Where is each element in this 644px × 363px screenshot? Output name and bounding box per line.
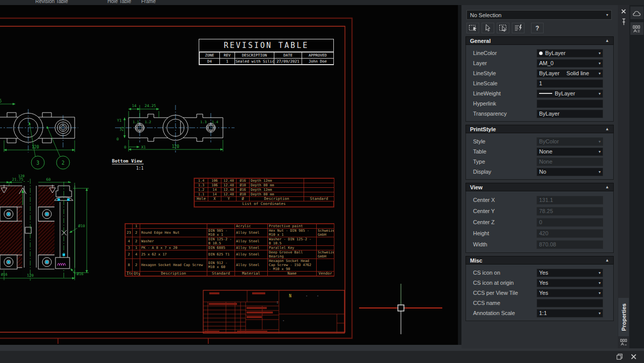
- table-cell: 1: [133, 224, 140, 229]
- cs-icon-on-dropdown[interactable]: Yes▾: [537, 269, 603, 277]
- dim-dia16-left: Ø16: [1, 273, 8, 277]
- table-cell: DIN 6885: [207, 246, 235, 250]
- pin-panel-button[interactable]: [619, 18, 628, 26]
- tab-revision-table[interactable]: Revision Table: [35, 0, 68, 4]
- table-cell: Depth 12mm: [250, 188, 304, 192]
- cs-icon-origin-dropdown[interactable]: Yes▾: [537, 279, 603, 287]
- dim-120: 120: [32, 145, 39, 149]
- table-cell: 12.48: [221, 179, 237, 183]
- table-cell: Standard: [304, 197, 334, 201]
- table-cell: 106: [208, 183, 221, 188]
- dim-14: 14: [132, 103, 137, 108]
- hyperlink-field[interactable]: [537, 99, 603, 108]
- table-row: HoleXYØDescriptionStandard: [195, 197, 334, 201]
- cloud-button[interactable]: [630, 7, 643, 19]
- table-row: 1.21412.48Ø16Depth 12mm: [195, 188, 334, 192]
- chevron-down-icon: ▾: [599, 311, 601, 316]
- right-dock: [629, 5, 644, 348]
- table-cell: [317, 237, 334, 246]
- quick-properties-button[interactable]: [512, 23, 524, 33]
- chevron-down-icon: ▾: [599, 91, 601, 96]
- property-row-linecolor: LineColor ByLayer▾: [466, 48, 613, 58]
- transparency-field[interactable]: ByLayer: [537, 110, 603, 118]
- table-cell: Depth 80 mm: [250, 183, 304, 188]
- table-row: 1.11412.48Ø10Depth 80 mm: [195, 192, 334, 197]
- linestyle-dropdown[interactable]: ByLayerSolid line▾: [537, 69, 603, 78]
- table-cell: APPROVED: [302, 53, 334, 59]
- close-panel-icon[interactable]: [630, 353, 637, 360]
- section-header-general[interactable]: General ▲: [465, 36, 614, 45]
- close-properties-button[interactable]: [619, 7, 628, 16]
- selection-combobox[interactable]: No Selection ▾: [466, 10, 612, 20]
- section-header-printstyle[interactable]: PrintStyle ▲: [465, 125, 614, 133]
- zero-origin: 0: [124, 145, 127, 149]
- property-row-linestyle: LineStyle ByLayerSolid line▾: [466, 68, 613, 78]
- table-cell: Protective paint: [268, 224, 317, 229]
- table-cell: Round Edge Hex Nut: [140, 229, 207, 237]
- bom-table[interactable]: 1AcrylicProtective paint232Round Edge He…: [125, 224, 334, 276]
- view-bottom-view[interactable]: 14 24.25 Y1 25 0 0 X1 120 1.1 1.2 1.3 1.…: [112, 103, 235, 171]
- display-dropdown[interactable]: No▾: [537, 168, 603, 176]
- section-header-misc[interactable]: Misc ▲: [465, 256, 614, 265]
- table-cell: [304, 188, 334, 192]
- lineweight-dropdown[interactable]: ByLayer▾: [537, 89, 603, 98]
- view-top-left[interactable]: 120 4.25 3 2: [0, 99, 78, 169]
- property-row-type: Type None: [466, 157, 613, 167]
- revision-table[interactable]: REVISION TABLE ZONEREVDESCRIPTIONDATEAPP…: [199, 39, 333, 65]
- restore-window-icon[interactable]: [616, 353, 623, 360]
- help-label: ?: [536, 25, 539, 32]
- color-swatch: [539, 51, 543, 55]
- table-row: 42WasherDIN 125-2 - B 10.5Alloy SteelWas…: [126, 237, 334, 246]
- view-section[interactable]: 120 24.25 21.75 60: [0, 174, 89, 281]
- table-cell: ZONE: [200, 53, 220, 59]
- select-entities-button[interactable]: [497, 23, 509, 33]
- tab-frame[interactable]: Frame: [141, 0, 156, 4]
- annotation-scale-dropdown[interactable]: 1:1▾: [537, 309, 603, 318]
- property-row-annotation-scale: Annotation Scale 1:1▾: [466, 308, 613, 318]
- chevron-down-icon: ▾: [599, 51, 601, 56]
- collapse-icon: ▲: [605, 258, 609, 263]
- table-cell: Standard: [207, 272, 235, 276]
- property-row-lineweight: LineWeight ByLayer▾: [466, 88, 613, 98]
- viewport-scroll-strip[interactable]: [458, 5, 461, 345]
- dim-dia10: Ø10: [78, 224, 85, 228]
- chevron-down-icon: ▾: [599, 271, 601, 275]
- table-dropdown[interactable]: None▾: [537, 147, 603, 156]
- dim-partial: 4.25: [0, 99, 2, 103]
- table-cell: Description: [140, 272, 207, 276]
- table-cell: DIN 125-2 - B 10.5: [207, 237, 235, 246]
- table-cell: [304, 183, 334, 188]
- table-cell: 3: [126, 246, 133, 250]
- property-row-height: Height 420: [466, 228, 613, 239]
- section-header-view[interactable]: View ▲: [465, 183, 614, 191]
- help-button[interactable]: ?: [531, 23, 544, 33]
- coordinates-table[interactable]: 1.410612.48Ø16Depth 12mm1.310612.48Ø10De…: [194, 178, 334, 207]
- table-cell: Ø: [237, 197, 250, 201]
- drawing-viewport[interactable]: 120 4.25 3 2: [0, 5, 458, 345]
- layer-dropdown[interactable]: AM_0▾: [537, 59, 603, 68]
- top-toolbar: Revision Table Hole Table Frame: [0, 0, 644, 5]
- dim-24-25: 24.25: [145, 103, 156, 108]
- table-cell: 2: [133, 259, 140, 272]
- table-cell: Y: [221, 197, 237, 201]
- table-cell: X: [208, 197, 221, 201]
- hole-label-14: 1.4: [212, 120, 218, 124]
- title-block-colon: :: [276, 300, 278, 304]
- title-block[interactable]: N - - : -: [203, 290, 344, 333]
- linescale-field[interactable]: 1: [537, 79, 603, 88]
- structure-panel-button[interactable]: [630, 22, 643, 35]
- ccs-per-view-dropdown[interactable]: Yes▾: [537, 289, 603, 297]
- tab-hole-table[interactable]: Hole Table: [107, 0, 131, 4]
- table-cell: John Doe: [302, 59, 334, 65]
- linecolor-dropdown[interactable]: ByLayer▾: [537, 49, 603, 58]
- properties-tab[interactable]: Properties: [618, 298, 629, 336]
- property-row-ccs-name: CCS name: [466, 298, 613, 308]
- select-button[interactable]: [482, 23, 494, 33]
- table-row: D41Sealed with Silicone27/09/2021John Do…: [200, 59, 334, 65]
- coordinates-table-title: List of Coordinates: [194, 201, 334, 207]
- property-row-hyperlink: Hyperlink: [466, 98, 613, 109]
- type-field: None: [537, 158, 603, 166]
- ccs-name-field[interactable]: [537, 299, 603, 307]
- quick-select-button[interactable]: [466, 23, 479, 33]
- section-general: LineColor ByLayer▾ Layer AM_0▾ LineStyle…: [465, 45, 614, 122]
